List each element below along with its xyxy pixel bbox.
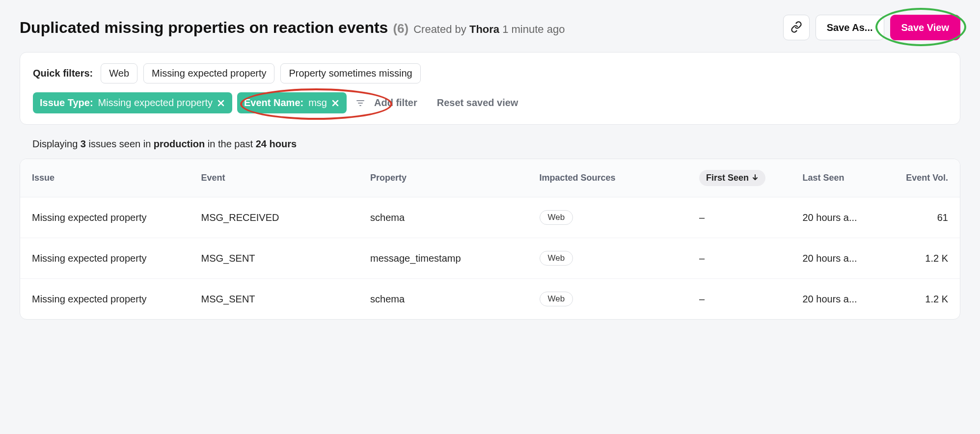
source-chip[interactable]: Web: [540, 251, 573, 266]
page-header: Duplicated missing properties on reactio…: [20, 15, 960, 40]
cell-last-seen: 20 hours a...: [790, 197, 884, 238]
summary-env: production: [154, 138, 205, 149]
remove-filter-icon[interactable]: [218, 99, 225, 107]
sort-indicator[interactable]: First Seen: [699, 170, 765, 186]
table-row[interactable]: Missing expected property MSG_RECEIVED s…: [20, 197, 960, 238]
filter-key: Event Name:: [244, 97, 303, 108]
col-header-event-vol[interactable]: Event Vol.: [885, 159, 960, 197]
active-filters-row: Issue Type: Missing expected property Ev…: [33, 92, 947, 113]
cell-sources: Web: [528, 279, 687, 320]
summary-count: 3: [81, 138, 86, 149]
cell-issue: Missing expected property: [20, 238, 190, 279]
summary-range: 24 hours: [256, 138, 297, 149]
cell-sources: Web: [528, 197, 687, 238]
summary-mid2: in the past: [208, 138, 253, 149]
quick-filter-missing-expected[interactable]: Missing expected property: [143, 63, 274, 83]
summary-line: Displaying 3 issues seen in production i…: [20, 138, 960, 150]
filter-key: Issue Type:: [40, 97, 93, 108]
summary-prefix: Displaying: [32, 138, 78, 149]
page-title: Duplicated missing properties on reactio…: [20, 19, 388, 37]
cell-event-vol: 61: [885, 197, 960, 238]
created-by: Created by Thora 1 minute ago: [413, 23, 565, 36]
filters-card: Quick filters: Web Missing expected prop…: [20, 52, 960, 125]
summary-mid1: issues seen in: [89, 138, 151, 149]
col-header-property[interactable]: Property: [358, 159, 528, 197]
source-chip[interactable]: Web: [540, 210, 573, 225]
cell-first-seen: –: [687, 279, 791, 320]
cell-first-seen: –: [687, 238, 791, 279]
title-block: Duplicated missing properties on reactio…: [20, 19, 565, 37]
quick-filters-row: Quick filters: Web Missing expected prop…: [33, 63, 947, 83]
cell-event-vol: 1.2 K: [885, 238, 960, 279]
col-header-sources[interactable]: Impacted Sources: [528, 159, 687, 197]
cell-property: message_timestamp: [358, 238, 528, 279]
cell-last-seen: 20 hours a...: [790, 279, 884, 320]
cell-event: MSG_SENT: [190, 238, 359, 279]
col-header-issue[interactable]: Issue: [20, 159, 190, 197]
filter-value: Missing expected property: [98, 97, 213, 108]
created-ago: 1 minute ago: [502, 23, 565, 35]
link-icon: [790, 21, 802, 34]
cell-first-seen: –: [687, 197, 791, 238]
reset-saved-view-button[interactable]: Reset saved view: [437, 97, 518, 108]
cell-event: MSG_SENT: [190, 279, 359, 320]
filter-pill-issue-type[interactable]: Issue Type: Missing expected property: [33, 92, 232, 113]
cell-property: schema: [358, 197, 528, 238]
sort-column-label: First Seen: [706, 173, 749, 183]
created-author: Thora: [469, 23, 499, 35]
cell-event: MSG_RECEIVED: [190, 197, 359, 238]
cell-sources: Web: [528, 238, 687, 279]
filter-pill-event-name[interactable]: Event Name: msg: [237, 92, 347, 113]
source-chip[interactable]: Web: [540, 292, 573, 306]
arrow-down-icon: [752, 173, 759, 183]
save-as-button[interactable]: Save As...: [816, 15, 884, 40]
remove-filter-icon[interactable]: [332, 99, 340, 107]
table-row[interactable]: Missing expected property MSG_SENT messa…: [20, 238, 960, 279]
table-body: Missing expected property MSG_RECEIVED s…: [20, 197, 960, 320]
table-header-row: Issue Event Property Impacted Sources Fi…: [20, 159, 960, 197]
table-row[interactable]: Missing expected property MSG_SENT schem…: [20, 279, 960, 320]
quick-filter-sometimes-missing[interactable]: Property sometimes missing: [280, 63, 420, 83]
col-header-first-seen[interactable]: First Seen: [687, 159, 791, 197]
header-actions: Save As... Save View: [783, 15, 960, 40]
cell-event-vol: 1.2 K: [885, 279, 960, 320]
col-header-last-seen[interactable]: Last Seen: [790, 159, 884, 197]
issues-table: Issue Event Property Impacted Sources Fi…: [20, 159, 960, 319]
add-filter-button[interactable]: Add filter: [374, 97, 417, 108]
cell-property: schema: [358, 279, 528, 320]
quick-filters-label: Quick filters:: [33, 68, 93, 79]
save-view-button[interactable]: Save View: [890, 15, 960, 40]
cell-last-seen: 20 hours a...: [790, 238, 884, 279]
issue-count: (6): [393, 21, 408, 36]
cell-issue: Missing expected property: [20, 197, 190, 238]
quick-filter-web[interactable]: Web: [101, 63, 137, 83]
filter-value: msg: [308, 97, 327, 108]
issues-table-card: Issue Event Property Impacted Sources Fi…: [20, 159, 960, 320]
created-prefix: Created by: [413, 23, 466, 35]
cell-issue: Missing expected property: [20, 279, 190, 320]
col-header-event[interactable]: Event: [190, 159, 359, 197]
copy-link-button[interactable]: [783, 15, 810, 40]
filter-settings-icon[interactable]: [355, 98, 365, 108]
